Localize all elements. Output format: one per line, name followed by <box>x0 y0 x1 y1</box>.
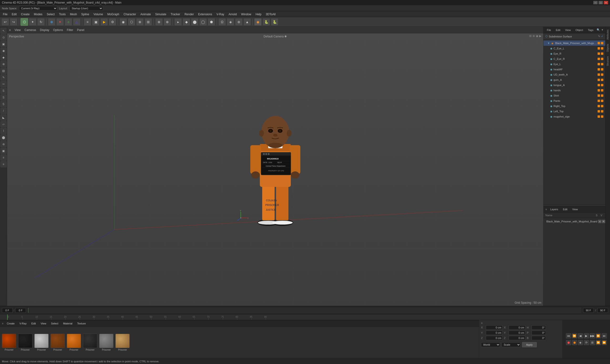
render-settings-button[interactable]: ⚙ <box>109 18 116 26</box>
scale-tool-button[interactable]: ✦ <box>29 18 37 26</box>
left-loop-select[interactable]: ⊕ <box>0 61 7 67</box>
menu-extensions[interactable]: Extensions <box>196 12 214 16</box>
menu-edit[interactable]: Edit <box>10 12 19 16</box>
tree-item-headaf[interactable]: ◉ headAF <box>544 67 605 72</box>
python-button[interactable]: 🐍 <box>262 18 270 26</box>
set-key-button[interactable]: ◈ <box>578 340 583 345</box>
left-cursor-tool[interactable]: ↖ <box>0 28 7 34</box>
palette-button[interactable]: ⊕ <box>164 18 171 26</box>
left-live-select[interactable]: ⊙ <box>0 34 7 40</box>
node-space-select[interactable]: Current (V-Ray) <box>19 6 57 11</box>
menu-arnold[interactable]: Arnold <box>227 12 239 16</box>
go-to-start-button[interactable]: ⏮ <box>566 333 571 338</box>
side-tab-objects[interactable]: Objects <box>606 42 610 54</box>
viewport-menu-options[interactable]: Options <box>53 28 63 32</box>
material-thumb-0[interactable]: Prisoner <box>2 334 16 351</box>
apply-button[interactable]: Apply <box>522 342 537 347</box>
undo-button[interactable]: ↩ <box>1 18 9 26</box>
menu-animate[interactable]: Animate <box>139 12 153 16</box>
move-tool-button[interactable]: ⊙ <box>21 18 28 26</box>
coord-b-rot[interactable] <box>532 336 546 340</box>
materials-menu-icon[interactable]: ≡ <box>2 322 3 325</box>
left-extrude[interactable]: S <box>0 88 7 94</box>
tree-item-right-top[interactable]: ◉ Right_Top <box>544 104 605 109</box>
python2-button[interactable]: 🐍 <box>271 18 278 26</box>
left-perspective[interactable]: ◆ <box>0 54 7 61</box>
viewport-menu-filter[interactable]: Filter <box>67 28 73 32</box>
loop-button[interactable]: ⟳ <box>584 340 589 345</box>
maximize-button[interactable]: □ <box>598 1 603 4</box>
coords-menu-icon[interactable]: ≡ <box>481 322 482 325</box>
layers-menu-icon[interactable]: ≡ <box>545 208 547 211</box>
viewport-camera-icon[interactable]: ◉ <box>536 34 538 38</box>
viewport-menu-display[interactable]: Display <box>40 28 49 32</box>
left-paint[interactable]: ✎ <box>0 74 7 80</box>
magnet-button[interactable]: ⊞ <box>144 18 152 26</box>
tree-item-mugshot-sign[interactable]: ◉ mugshot_sign <box>544 114 605 119</box>
tree-item-c-eye-r[interactable]: ◉ C_Eye_R <box>544 56 605 62</box>
side-tab-structure[interactable]: Structure <box>606 54 610 68</box>
layers-tab-view[interactable]: View <box>571 208 579 211</box>
panel-tab-tags[interactable]: Tags <box>586 28 595 32</box>
left-bridge[interactable]: ⌇ <box>0 128 7 134</box>
snapping-button[interactable]: ⊕ <box>136 18 144 26</box>
next-key-button[interactable]: ⏩ <box>602 340 607 345</box>
left-subdivide[interactable]: / <box>0 108 7 114</box>
tree-item-root[interactable]: ▼ ◉ Black_Male_Prisoner_with_Mugshot_Boa… <box>544 40 605 46</box>
menu-tracker[interactable]: Tracker <box>169 12 182 16</box>
world-select[interactable]: World Object <box>481 342 500 347</box>
material-thumb-2[interactable]: Prisoner <box>34 334 49 351</box>
material-thumb-1[interactable]: Prisoner <box>18 334 32 351</box>
menu-volume[interactable]: Volume <box>91 12 105 16</box>
viewport-maximize-icon[interactable]: ⊞ <box>529 34 532 38</box>
light-button[interactable]: ▸ <box>174 18 182 26</box>
vray-button[interactable]: ◉ <box>254 18 262 26</box>
coord-z-pos[interactable] <box>486 336 503 340</box>
left-matrix-extrude[interactable]: S <box>0 101 7 107</box>
current-frame-input[interactable] <box>2 308 13 313</box>
scale-select[interactable]: Scale Absolute <box>502 342 521 347</box>
flex-button[interactable]: Ω <box>218 18 226 26</box>
menu-tools[interactable]: Tools <box>57 12 67 16</box>
menu-modes[interactable]: Modes <box>32 12 44 16</box>
viewport-menu-cameras[interactable]: Cameras <box>25 28 36 32</box>
redo-button[interactable]: ↪ <box>10 18 17 26</box>
menu-file[interactable]: File <box>1 12 9 16</box>
panel-tab-view[interactable]: View <box>564 28 572 32</box>
tree-item-ud-teeth[interactable]: ◉ UD_teeth_A <box>544 72 605 77</box>
step-back-button[interactable]: ⏪ <box>572 333 577 338</box>
viewport-snap-icon[interactable]: ⊕ <box>532 34 535 38</box>
coord-z-size[interactable] <box>509 336 525 340</box>
record-pos-button[interactable]: ⏺ <box>572 340 577 345</box>
tree-item-c-eye-l[interactable]: ◉ C_Eye_L <box>544 46 605 51</box>
left-knife[interactable]: ✂ <box>0 81 7 87</box>
close-button[interactable]: ✕ <box>604 1 608 4</box>
layers-tab-layers[interactable]: Layers <box>549 208 559 211</box>
deform-button[interactable]: ◈ <box>227 18 234 26</box>
play-forward-button[interactable]: ▶▶ <box>590 333 595 338</box>
materials-edit[interactable]: Edit <box>30 322 37 325</box>
left-bevel[interactable]: ▱ <box>0 121 7 127</box>
object-mode-button[interactable]: ▣ <box>92 18 100 26</box>
transform-button[interactable]: ⊕ <box>48 18 55 26</box>
tree-item-eye-r[interactable]: ◉ Eye_R <box>544 51 605 56</box>
left-dissolve[interactable]: ⬤ <box>0 134 7 141</box>
coord-p-rot[interactable] <box>532 331 546 335</box>
menu-help[interactable]: Help <box>254 12 263 16</box>
viewport-render-icon[interactable]: ▶ <box>539 34 541 38</box>
left-collapse[interactable]: ▣ <box>0 148 7 154</box>
x-axis-button[interactable]: ✕ <box>56 18 64 26</box>
materials-texture[interactable]: Texture <box>76 322 87 325</box>
left-iron[interactable]: ◣ <box>0 114 7 121</box>
menu-select[interactable]: Select <box>45 12 56 16</box>
layer-item-main[interactable]: Black_Male_Prisoner_with_Mugshot_Board ●… <box>545 219 604 224</box>
menu-3dtoall[interactable]: 3DToAll <box>264 12 277 16</box>
prev-key-button[interactable]: ⏪ <box>596 340 601 345</box>
side-tab-attributes[interactable]: Attributes <box>606 28 610 41</box>
step-forward-button[interactable]: ⏩ <box>596 333 601 338</box>
play-button[interactable]: ▶ <box>584 333 589 338</box>
z-axis-button[interactable]: △ <box>73 18 80 26</box>
material-thumb-4[interactable]: Prisoner <box>67 334 81 351</box>
menu-render[interactable]: Render <box>182 12 196 16</box>
layers-tab-edit[interactable]: Edit <box>561 208 569 211</box>
